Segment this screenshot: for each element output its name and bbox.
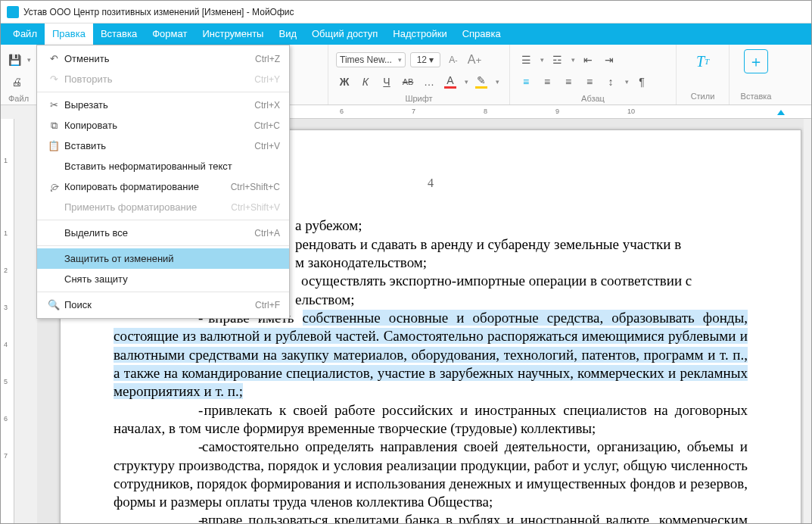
- menu-item[interactable]: Вставить неформатированный текст: [37, 156, 289, 176]
- group-file-label: Файл: [8, 94, 29, 103]
- menu-item: ↷ПовторитьCtrl+Y: [37, 69, 289, 89]
- menu-item[interactable]: 🔍ПоискCtrl+F: [37, 295, 289, 315]
- insert-button[interactable]: ＋: [744, 49, 768, 73]
- menu-item-icon: ↶: [46, 53, 61, 64]
- bold-button[interactable]: Ж: [336, 73, 353, 90]
- menu-item[interactable]: ✂ВырезатьCtrl+X: [37, 95, 289, 115]
- menu-item-icon: ⌮: [46, 181, 61, 192]
- paragraph: - вправе пользоваться кредитами банка в …: [114, 511, 748, 523]
- menu-item-label: Вставить: [61, 140, 254, 151]
- menu-item-shortcut: Ctrl+A: [254, 228, 280, 239]
- menu-item-label: Поиск: [61, 299, 255, 310]
- group-para-label: Абзац: [518, 94, 668, 103]
- menu-item-icon: 🔍: [46, 299, 61, 310]
- menu-item-label: Копировать: [61, 120, 254, 131]
- align-center-button[interactable]: ≡: [539, 73, 555, 90]
- menu-file[interactable]: Файл: [5, 23, 45, 45]
- menu-bar: Файл Правка Вставка Формат Инструменты В…: [1, 23, 811, 45]
- menu-item-shortcut: Ctrl+X: [254, 100, 280, 111]
- line-spacing-button[interactable]: ↕: [602, 73, 619, 90]
- menu-item[interactable]: ⌮Копировать форматированиеCtrl+Shift+C: [37, 176, 289, 197]
- font-size-select[interactable]: 12 ▾: [410, 52, 440, 67]
- font-increase-icon[interactable]: A+: [466, 51, 483, 68]
- app-logo-icon: [7, 6, 19, 18]
- menu-item[interactable]: Снять защиту: [37, 269, 289, 289]
- italic-button[interactable]: К: [357, 73, 374, 90]
- print-icon[interactable]: 🖨: [8, 73, 25, 90]
- font-family-select[interactable]: Times New...▾: [336, 52, 406, 67]
- menu-item-shortcut: Ctrl+Shift+C: [231, 182, 280, 192]
- menu-item-shortcut: Ctrl+C: [254, 120, 280, 131]
- save-icon[interactable]: 💾: [8, 51, 21, 68]
- menu-item-shortcut: Ctrl+Y: [254, 74, 280, 85]
- menu-item-label: Выделить все: [61, 227, 254, 239]
- menu-edit[interactable]: Правка: [45, 23, 93, 45]
- ruler-marker-icon[interactable]: [777, 110, 785, 115]
- menu-item-label: Применить форматирование: [61, 201, 231, 213]
- underline-button[interactable]: Ч: [378, 73, 395, 90]
- font-decrease-icon[interactable]: A-: [445, 51, 462, 68]
- menu-format[interactable]: Формат: [145, 23, 194, 45]
- number-list-button[interactable]: ☲: [549, 51, 565, 68]
- menu-item-icon: 📋: [46, 140, 61, 151]
- align-justify-button[interactable]: ≡: [581, 73, 598, 90]
- styles-button[interactable]: TT: [691, 49, 715, 73]
- indent-button[interactable]: ⇥: [601, 51, 618, 68]
- menu-addons[interactable]: Надстройки: [385, 23, 454, 45]
- more-font-button[interactable]: …: [421, 73, 437, 90]
- menu-item[interactable]: 📋ВставитьCtrl+V: [37, 136, 289, 156]
- group-styles-label: Стили: [691, 92, 715, 101]
- font-color-button[interactable]: A: [442, 73, 459, 90]
- menu-item-shortcut: Ctrl+F: [255, 300, 280, 310]
- menu-item-label: Вставить неформатированный текст: [61, 161, 280, 172]
- group-insert-label: Вставка: [741, 92, 772, 101]
- edit-menu-dropdown: ↶ОтменитьCtrl+Z↷ПовторитьCtrl+Y✂Вырезать…: [36, 45, 290, 319]
- menu-tools[interactable]: Инструменты: [194, 23, 271, 45]
- menu-item-label: Повторить: [61, 73, 254, 85]
- menu-item-icon: ⧉: [46, 120, 61, 132]
- window-title: Устав ООО Центр позитивных изменений [Из…: [23, 7, 294, 17]
- title-bar: Устав ООО Центр позитивных изменений [Из…: [1, 1, 811, 23]
- menu-item[interactable]: ↶ОтменитьCtrl+Z: [37, 48, 289, 69]
- align-left-button[interactable]: ≡: [518, 73, 534, 90]
- outdent-button[interactable]: ⇤: [580, 51, 596, 68]
- menu-item[interactable]: Выделить всеCtrl+A: [37, 223, 289, 243]
- bullet-list-button[interactable]: ☰: [518, 51, 534, 68]
- strike-button[interactable]: AB: [400, 73, 416, 90]
- menu-insert[interactable]: Вставка: [93, 23, 145, 45]
- menu-item-label: Копировать форматирование: [61, 181, 231, 192]
- group-font-label: Шрифт: [336, 94, 502, 103]
- paragraph: - вправе иметь собственные основные и об…: [114, 309, 748, 401]
- paragraph: - привлекать к своей работе российских и…: [114, 401, 748, 438]
- paragraph: - самостоятельно определять направления …: [114, 438, 748, 511]
- pilcrow-button[interactable]: ¶: [633, 73, 650, 90]
- menu-item-label: Защитить от изменений: [61, 253, 280, 264]
- menu-item-shortcut: Ctrl+Shift+V: [231, 202, 280, 213]
- menu-item[interactable]: ⧉КопироватьCtrl+C: [37, 115, 289, 136]
- menu-item-label: Вырезать: [61, 99, 254, 111]
- menu-share[interactable]: Общий доступ: [304, 23, 385, 45]
- menu-item-label: Снять защиту: [61, 273, 280, 285]
- menu-item: Применить форматированиеCtrl+Shift+V: [37, 197, 289, 217]
- menu-item[interactable]: Защитить от изменений: [37, 248, 289, 269]
- menu-item-icon: ✂: [46, 99, 61, 111]
- menu-item-icon: ↷: [46, 73, 61, 85]
- menu-item-shortcut: Ctrl+Z: [255, 54, 280, 64]
- highlight-button[interactable]: ✎: [473, 73, 490, 90]
- align-right-button[interactable]: ≡: [560, 73, 577, 90]
- menu-view[interactable]: Вид: [271, 23, 304, 45]
- menu-item-shortcut: Ctrl+V: [254, 141, 280, 151]
- menu-help[interactable]: Справка: [455, 23, 509, 45]
- menu-item-label: Отменить: [61, 53, 255, 64]
- vertical-ruler[interactable]: 1 1 2 3 4 5 6 7: [1, 119, 14, 523]
